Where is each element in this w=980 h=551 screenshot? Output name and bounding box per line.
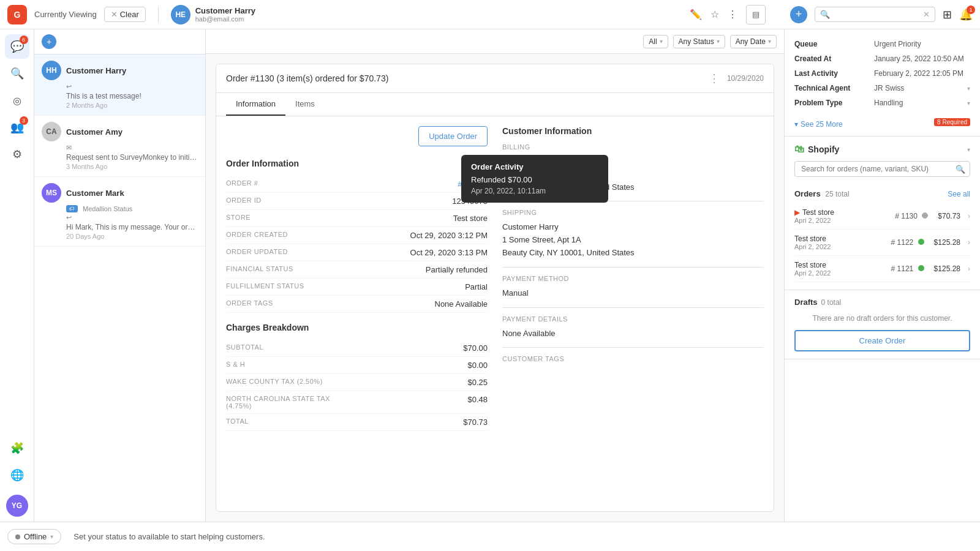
orders-header: Orders 25 total See all — [794, 189, 970, 198]
search-sidebar-icon: 🔍 — [10, 67, 24, 80]
sidebar-toggle-button[interactable]: ▤ — [746, 5, 766, 24]
search-icon: 🔍 — [820, 10, 830, 19]
clear-x-icon: ✕ — [111, 10, 118, 19]
conv-list-header: + — [34, 29, 205, 54]
shopify-header: 🛍 Shopify ▾ — [794, 144, 970, 155]
order-chevron-1122[interactable]: › — [968, 238, 970, 247]
close-search-icon[interactable]: ✕ — [923, 10, 930, 19]
order-title: Order #1130 (3 item(s) ordered for $70.7… — [226, 73, 388, 83]
billing-label: BILLING — [502, 143, 764, 151]
required-badge: 8 Required — [934, 118, 970, 126]
order-status-1122 — [918, 239, 924, 245]
shopify-title: 🛍 Shopify — [794, 144, 839, 155]
problem-type-value[interactable]: Handling ▾ — [874, 99, 970, 107]
conv-meta-harry: ↩ — [66, 83, 198, 91]
order-info-1121: Test store Apri 2, 2022 — [794, 261, 886, 277]
sidebar-item-team[interactable]: 👥 3 — [5, 115, 29, 140]
order-amount-1121: $125.28 — [934, 264, 960, 273]
date-filter[interactable]: Any Date ▾ — [730, 35, 777, 48]
user-avatar[interactable]: YG — [6, 495, 28, 517]
field-order-created: ORDER CREATED Oct 29, 2020 3:12 PM — [226, 227, 488, 244]
global-search-input[interactable] — [834, 10, 919, 19]
shipping-label: SHIPPING — [502, 209, 764, 216]
tech-agent-value[interactable]: JR Swiss ▾ — [874, 84, 970, 92]
sidebar-item-search[interactable]: 🔍 — [5, 61, 29, 86]
sidebar-item-chat[interactable]: 💬 6 — [5, 34, 29, 59]
status-indicator[interactable]: Offline ▾ — [7, 529, 61, 544]
shopify-search-input[interactable] — [794, 161, 970, 177]
sidebar-item-settings[interactable]: ⚙ — [5, 142, 29, 167]
sidebar-item-globe[interactable]: 🌐 — [5, 463, 29, 487]
all-filter[interactable]: All ▾ — [643, 35, 668, 48]
conv-reply-icon-harry: ↩ — [66, 83, 72, 91]
customer-info-title: Customer Information — [502, 126, 764, 136]
field-order-tags: ORDER TAGS None Available — [226, 296, 488, 313]
update-order-button[interactable]: Update Order — [418, 126, 488, 146]
currently-viewing-label: Currently Viewing — [34, 10, 97, 19]
drafts-title: Drafts — [794, 298, 818, 307]
sidebar-item-dashboard[interactable]: ◎ — [5, 88, 29, 113]
more-options-icon[interactable]: ⋮ — [728, 9, 737, 20]
drafts-header: Drafts 0 total — [794, 298, 970, 307]
customer-avatar: HE — [171, 5, 190, 24]
conversation-item-harry[interactable]: HH Customer Harry ↩ This is a test messa… — [34, 54, 205, 116]
order-row-1121[interactable]: Test store Apri 2, 2022 # 1121 $125.28 › — [794, 256, 970, 282]
field-total: TOTAL $70.73 — [226, 414, 488, 431]
store-name-1130: Test store — [802, 208, 834, 217]
conversation-item-mark[interactable]: MS Customer Mark 🏷 Medallion Status ↩ Hi… — [34, 177, 205, 247]
create-order-button[interactable]: Create Order — [794, 330, 970, 351]
notification-bell[interactable]: 🔔 1 — [959, 8, 973, 21]
order-menu-icon[interactable]: ⋮ — [709, 72, 720, 85]
order-chevron-1121[interactable]: › — [968, 264, 970, 273]
order-num-1121: # 1121 — [891, 264, 924, 273]
shopify-collapse-icon[interactable]: ▾ — [967, 146, 970, 153]
field-wake-tax: WAKE COUNTY TAX (2.50%) $0.25 — [226, 374, 488, 391]
order-info-1130: ▶ Test store Apri 2, 2022 — [794, 208, 890, 224]
order-num-1130: # 1130 — [895, 212, 928, 220]
topbar: G Currently Viewing ✕ Clear HE Customer … — [0, 0, 980, 29]
store-name-1122: Test store — [794, 234, 886, 243]
pencil-icon[interactable]: ✏️ — [690, 9, 702, 20]
queue-label: Queue — [794, 40, 874, 48]
queue-value: Urgent Priority — [874, 40, 970, 48]
clear-button[interactable]: ✕ Clear — [104, 7, 146, 22]
left-sidebar: 💬 6 🔍 ◎ 👥 3 ⚙ 🧩 🌐 YG — [0, 29, 34, 522]
chevron-down-icon: ▾ — [794, 120, 798, 129]
conv-email-icon-amy: ✉ — [66, 144, 72, 152]
problem-type-label: Problem Type — [794, 99, 874, 107]
order-date-1122: Apri 2, 2022 — [794, 243, 886, 250]
see-more-button[interactable]: ▾ See 25 More — [794, 120, 843, 129]
tab-information[interactable]: Information — [226, 93, 285, 116]
status-filter[interactable]: Any Status ▾ — [673, 35, 725, 48]
dashboard-icon: ◎ — [13, 95, 21, 107]
customer-email: hab@email.com — [195, 15, 255, 23]
sidebar-item-plugin[interactable]: 🧩 — [5, 436, 29, 460]
status-dropdown-arrow: ▾ — [50, 533, 53, 540]
field-sh: S & H $0.00 — [226, 357, 488, 374]
ticket-details-section: Queue Urgent Priority Created At January… — [785, 29, 980, 137]
new-conversation-button[interactable]: + — [42, 34, 56, 49]
grid-icon[interactable]: ⊞ — [943, 8, 952, 21]
reply-icon-mark: ↩ — [66, 214, 72, 222]
order-row-1122[interactable]: Test store Apri 2, 2022 # 1122 $125.28 › — [794, 230, 970, 256]
global-search[interactable]: 🔍 ✕ — [815, 7, 935, 22]
payment-method-value: Manual — [502, 287, 764, 300]
order-row-1130[interactable]: ▶ Test store Apri 2, 2022 # 1130 $70.73 … — [794, 203, 970, 230]
order-num-1122: # 1122 — [891, 238, 924, 247]
order-chevron-1130[interactable]: › — [968, 212, 970, 220]
conversation-item-amy[interactable]: CA Customer Amy ✉ Request sent to Survey… — [34, 116, 205, 177]
star-icon[interactable]: ☆ — [710, 9, 719, 20]
conv-name-harry: Customer Harry — [66, 66, 126, 75]
popup-date: Apr 20, 2022, 10:11am — [471, 187, 598, 195]
see-all-orders-button[interactable]: See all — [948, 190, 970, 198]
shopify-search-icon: 🔍 — [956, 165, 965, 174]
order-info-section: Update Order Order Information ORDER # #… — [226, 126, 488, 501]
conversation-list: + HH Customer Harry ↩ This is a test mes… — [34, 29, 206, 522]
charges-title: Charges Breakdown — [226, 323, 488, 332]
order-date: 10/29/2020 — [727, 74, 764, 83]
field-order-id: ORDER ID 12345678 — [226, 193, 488, 210]
order-info-1122: Test store Apri 2, 2022 — [794, 234, 886, 250]
conv-name-amy: Customer Amy — [66, 127, 123, 137]
tab-items[interactable]: Items — [285, 93, 325, 116]
add-new-button[interactable]: + — [790, 6, 807, 23]
